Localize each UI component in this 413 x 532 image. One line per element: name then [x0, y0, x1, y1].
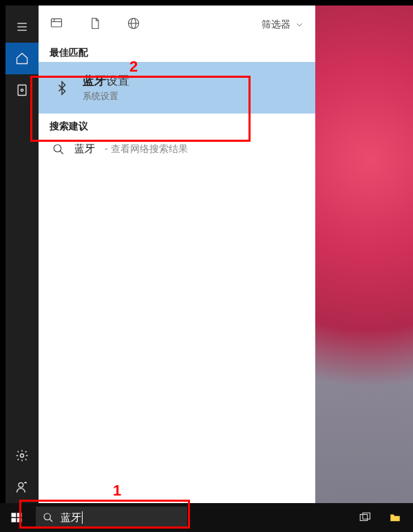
section-best-match: 最佳匹配 [39, 44, 315, 62]
windows-logo-icon [10, 511, 23, 524]
result-text: 蓝牙设置 系统设置 [83, 73, 129, 103]
svg-point-4 [21, 89, 23, 91]
top-border [0, 0, 413, 6]
document-icon [88, 17, 102, 30]
svg-rect-15 [12, 513, 17, 517]
search-panel-main: 筛选器 最佳匹配 蓝牙设置 系统设置 搜索建议 蓝牙 - 查看网络搜索结果 [39, 6, 315, 503]
person-icon [15, 480, 29, 494]
sidebar-menu[interactable] [6, 11, 39, 43]
svg-rect-7 [52, 19, 62, 27]
svg-point-19 [44, 513, 50, 520]
scope-icons [50, 17, 140, 33]
svg-rect-16 [17, 513, 22, 517]
result-title-rest: 设置 [106, 74, 129, 87]
svg-point-6 [19, 482, 23, 487]
result-title-bold: 蓝牙 [83, 74, 106, 87]
notebook-icon [15, 83, 29, 97]
left-border [0, 0, 6, 532]
start-button[interactable] [0, 503, 33, 532]
svg-rect-3 [18, 85, 26, 96]
search-sidebar [6, 6, 39, 503]
svg-rect-18 [17, 518, 22, 522]
task-view-icon [359, 511, 371, 524]
svg-rect-22 [363, 513, 370, 519]
suggestion-term: 蓝牙 [74, 142, 95, 156]
scope-apps[interactable] [50, 17, 63, 33]
sidebar-settings[interactable] [6, 440, 39, 471]
task-view-button[interactable] [357, 509, 373, 526]
result-bluetooth-settings[interactable]: 蓝牙设置 系统设置 [39, 62, 315, 114]
globe-icon [127, 17, 140, 30]
svg-line-14 [60, 151, 63, 154]
search-panel-toolbar: 筛选器 [39, 6, 315, 44]
svg-point-13 [54, 145, 61, 152]
svg-point-5 [21, 454, 24, 458]
folder-icon [389, 511, 401, 524]
suggestion-hint: - 查看网络搜索结果 [105, 143, 188, 156]
chevron-down-icon [295, 20, 304, 30]
sidebar-notebook[interactable] [6, 74, 39, 106]
svg-line-20 [50, 519, 52, 522]
scope-web[interactable] [127, 17, 140, 33]
system-tray [357, 509, 413, 526]
search-icon [43, 512, 54, 523]
hamburger-icon [15, 20, 29, 34]
sidebar-feedback[interactable] [6, 471, 39, 503]
result-icon-slot [52, 81, 72, 96]
svg-rect-17 [12, 518, 17, 522]
gear-icon [15, 449, 29, 462]
search-query: 蓝牙 [61, 511, 83, 524]
filter-label: 筛选器 [262, 19, 290, 31]
svg-rect-21 [360, 515, 368, 521]
search-query-text: 蓝牙 [61, 511, 81, 524]
scope-documents[interactable] [88, 17, 102, 33]
home-icon [15, 52, 29, 65]
section-suggestions: 搜索建议 [39, 118, 315, 136]
result-subtitle: 系统设置 [83, 90, 129, 103]
text-caret [82, 511, 83, 524]
cortana-search-panel: 筛选器 最佳匹配 蓝牙设置 系统设置 搜索建议 蓝牙 - 查看网络搜索结果 [6, 6, 315, 503]
app-icon [50, 17, 63, 30]
result-title: 蓝牙设置 [83, 73, 129, 89]
taskbar: 蓝牙 [0, 503, 413, 532]
search-icon [52, 143, 65, 156]
bluetooth-icon [54, 81, 70, 96]
sidebar-home[interactable] [6, 43, 39, 74]
filter-dropdown[interactable]: 筛选器 [262, 19, 304, 31]
taskbar-search-box[interactable]: 蓝牙 [36, 507, 187, 529]
file-explorer-button[interactable] [387, 509, 403, 526]
suggestion-web-search[interactable]: 蓝牙 - 查看网络搜索结果 [39, 136, 315, 162]
